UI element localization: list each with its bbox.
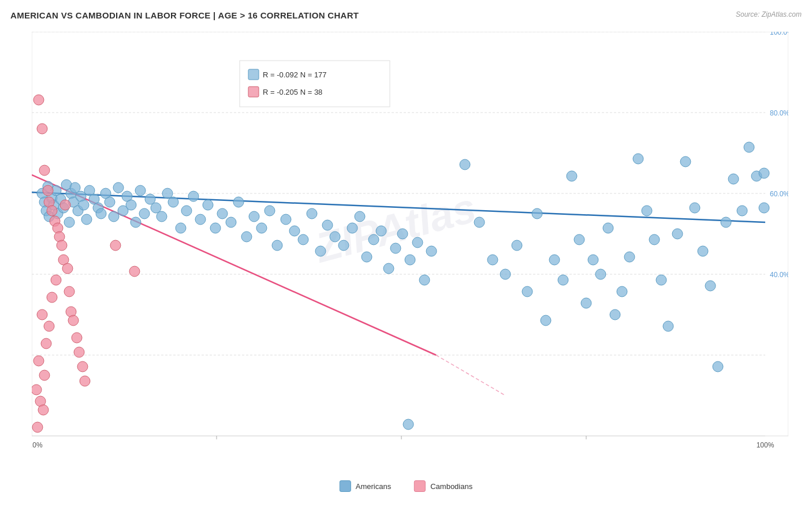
svg-point-80 — [390, 243, 401, 253]
svg-point-67 — [289, 226, 300, 236]
svg-point-144 — [110, 240, 121, 251]
svg-point-66 — [281, 214, 291, 225]
y-label-100: 100.0% — [770, 32, 788, 36]
y-label-60: 60.0% — [770, 190, 788, 198]
svg-point-137 — [64, 286, 75, 297]
svg-point-82 — [405, 255, 415, 265]
svg-point-59 — [226, 217, 236, 227]
svg-point-120 — [744, 142, 754, 152]
svg-rect-157 — [240, 61, 390, 107]
svg-point-135 — [60, 200, 70, 210]
svg-point-143 — [80, 376, 90, 386]
svg-point-154 — [38, 405, 49, 415]
svg-point-91 — [512, 240, 522, 251]
svg-point-114 — [698, 246, 708, 256]
svg-point-125 — [37, 124, 47, 134]
svg-point-122 — [759, 203, 769, 213]
svg-point-69 — [307, 208, 317, 219]
svg-point-127 — [43, 185, 53, 196]
svg-point-113 — [690, 203, 700, 213]
svg-point-55 — [195, 214, 206, 225]
svg-point-40 — [113, 182, 124, 193]
svg-point-51 — [168, 197, 178, 207]
svg-point-65 — [272, 240, 282, 251]
svg-point-133 — [57, 240, 67, 251]
svg-point-83 — [412, 237, 423, 248]
svg-point-136 — [62, 263, 73, 274]
svg-point-117 — [721, 217, 731, 227]
legend-label-cambodians: Cambodians — [430, 482, 472, 491]
svg-point-71 — [322, 220, 333, 230]
legend-swatch-pink — [414, 480, 426, 492]
svg-point-36 — [96, 208, 106, 219]
svg-point-148 — [41, 338, 51, 349]
x-label-0: 0.0% — [32, 441, 43, 449]
svg-point-38 — [105, 197, 115, 207]
chart-container: AMERICAN VS CAMBODIAN IN LABOR FORCE | A… — [0, 0, 812, 515]
svg-point-110 — [663, 321, 673, 331]
svg-point-116 — [713, 361, 723, 372]
svg-point-39 — [109, 211, 119, 222]
svg-point-119 — [737, 206, 747, 216]
svg-point-152 — [39, 370, 50, 380]
svg-point-141 — [74, 347, 84, 357]
svg-point-142 — [77, 361, 88, 372]
svg-point-70 — [315, 246, 326, 256]
svg-point-54 — [188, 191, 199, 201]
svg-point-111 — [672, 229, 683, 239]
svg-point-99 — [581, 298, 591, 308]
svg-point-89 — [487, 255, 498, 265]
svg-point-139 — [68, 315, 79, 326]
svg-point-107 — [642, 206, 652, 216]
svg-point-124 — [33, 95, 44, 105]
svg-point-45 — [135, 185, 146, 196]
svg-rect-158 — [248, 69, 259, 80]
svg-point-112 — [680, 156, 691, 167]
svg-point-56 — [203, 200, 213, 210]
legend-item-cambodians: Cambodians — [414, 480, 472, 492]
svg-point-79 — [383, 263, 394, 274]
svg-point-151 — [33, 356, 44, 366]
svg-point-62 — [249, 211, 259, 222]
svg-point-78 — [376, 226, 386, 236]
source-label: Source: ZipAtlas.com — [736, 10, 802, 18]
svg-point-60 — [233, 197, 244, 207]
y-label-80: 80.0% — [770, 109, 788, 117]
svg-point-118 — [728, 174, 739, 184]
svg-point-85 — [426, 246, 437, 256]
svg-point-94 — [541, 315, 551, 326]
svg-point-95 — [549, 255, 560, 265]
svg-point-72 — [330, 232, 340, 242]
svg-point-76 — [362, 252, 372, 262]
legend-item-americans: Americans — [340, 480, 391, 492]
legend-line1: R = -0.092 N = 177 — [263, 70, 327, 79]
legend-label-americans: Americans — [356, 482, 391, 491]
svg-point-75 — [355, 211, 365, 222]
svg-point-25 — [64, 217, 75, 227]
svg-point-63 — [256, 223, 267, 233]
svg-point-93 — [532, 208, 542, 219]
legend-line2: R = -0.205 N = 38 — [263, 88, 322, 96]
svg-point-74 — [347, 223, 357, 233]
svg-point-101 — [595, 269, 606, 279]
svg-point-106 — [633, 154, 643, 164]
svg-point-87 — [460, 159, 470, 170]
svg-point-149 — [44, 321, 54, 331]
svg-point-46 — [139, 208, 150, 219]
x-label-100: 100% — [757, 441, 774, 449]
svg-point-86 — [403, 419, 414, 430]
svg-point-104 — [617, 286, 627, 297]
svg-point-109 — [656, 275, 666, 285]
svg-point-81 — [397, 229, 408, 239]
svg-point-97 — [567, 171, 577, 181]
svg-point-145 — [129, 266, 140, 277]
svg-point-90 — [500, 269, 511, 279]
y-label-40: 40.0% — [770, 271, 788, 279]
svg-point-115 — [705, 281, 716, 291]
chart-title: AMERICAN VS CAMBODIAN IN LABOR FORCE | A… — [10, 10, 359, 20]
svg-point-126 — [39, 165, 50, 176]
svg-point-88 — [474, 217, 485, 227]
svg-point-44 — [131, 217, 141, 227]
svg-point-103 — [610, 309, 620, 320]
svg-point-31 — [79, 200, 89, 210]
